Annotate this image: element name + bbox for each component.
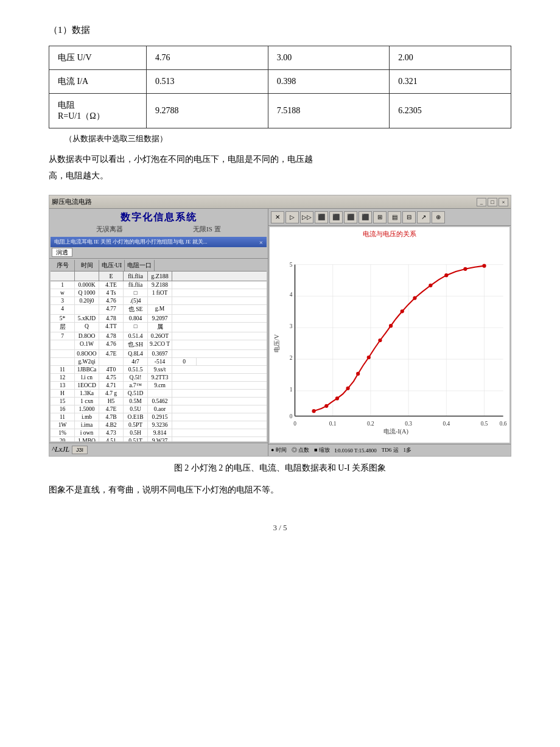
- svg-text:0: 0: [293, 421, 296, 427]
- close-btn[interactable]: ×: [499, 198, 508, 206]
- outer-title-text: 腳压电流电路: [52, 197, 92, 206]
- toolbar-icon-3[interactable]: ▷▷: [300, 211, 313, 223]
- col-time: 时间: [75, 260, 99, 271]
- data-cell: 0.51T: [124, 437, 148, 441]
- data-cell: w: [51, 289, 75, 296]
- data-cell: 0.5U: [124, 405, 148, 413]
- data-cell: Q: [75, 323, 99, 332]
- toolbar-icon-8[interactable]: ⊞: [373, 211, 387, 223]
- data-cell: 7: [51, 332, 75, 340]
- svg-text:0.4: 0.4: [443, 421, 450, 427]
- paragraph-1-line2: 高，电阻越大。: [49, 168, 511, 184]
- toolbar-icon-11[interactable]: ↗: [417, 211, 430, 223]
- data-cell: Q 1000: [75, 289, 99, 296]
- maximize-btn[interactable]: □: [488, 198, 497, 206]
- inner-window-bar: 电阻上电流耳电 IE 关照 小灯泡的电用小打泡组阻与电 JE 就关... ×: [51, 237, 267, 247]
- svg-point-41: [444, 273, 448, 277]
- toolbar-icon-5[interactable]: ⬛: [329, 211, 343, 223]
- data-cell: [51, 358, 75, 365]
- toolbar-icon-12[interactable]: ⊕: [432, 211, 445, 223]
- data-cell: 1.3Ka: [75, 390, 99, 397]
- tab-label[interactable]: 润透: [52, 248, 72, 257]
- status-zoom-label: ■ 缩放: [314, 446, 330, 454]
- win-controls: _ □ ×: [477, 198, 508, 206]
- inner-window-title: 电阻上电流耳电 IE 关照 小灯泡的电用小打泡组阻与电 JE 就关...: [54, 238, 208, 246]
- toolbar-icon-6[interactable]: ⬛: [344, 211, 357, 223]
- data-panel-subheader: E fli.flia g.Z188: [51, 272, 267, 281]
- toolbar-icon-9[interactable]: ▤: [388, 211, 401, 223]
- data-cell: 11: [51, 366, 75, 373]
- caption-text-content: 图 2 小灯泡 2 的电压、电流、电阻数据表和 U-I 关系图象: [174, 463, 386, 472]
- data-table-row: 30.20j04.76.(5)4: [51, 297, 267, 305]
- data-cell: 4 Ts: [99, 289, 124, 296]
- data-cell: 9.2097: [148, 315, 172, 322]
- toolbar-icon-7[interactable]: ⬛: [359, 211, 372, 223]
- data-cell: 1.MBO: [75, 437, 99, 441]
- data-panel-header: 序号 时间 电压·UI 电阻一口: [51, 260, 267, 272]
- sub-text-1: 无误离器: [96, 225, 123, 234]
- data-cell: 1.5000: [75, 405, 99, 413]
- data-cell: 1EOCD: [75, 382, 99, 389]
- digital-system-title: 数字化信息系统: [49, 211, 268, 224]
- data-cell: 5*: [51, 315, 75, 322]
- svg-point-35: [367, 356, 371, 359]
- data-cell: [75, 305, 99, 314]
- data-cell: 1 fiOT: [148, 289, 172, 296]
- data-cell: 0: [172, 358, 197, 365]
- bottom-button[interactable]: J3I: [72, 446, 88, 454]
- data-table-row: 44.77也 SEg.M: [51, 305, 267, 315]
- data-cell: 4.78: [99, 332, 124, 340]
- data-cell: 4.TE: [99, 281, 124, 289]
- bottom-bar: ^LxJL J3I: [49, 443, 268, 456]
- status-num: 1多: [404, 446, 412, 454]
- data-cell: g.M: [148, 305, 172, 314]
- data-cell: 13: [51, 382, 75, 389]
- data-cell: -514: [148, 358, 172, 365]
- col-resistance: 电阻一口: [125, 260, 155, 271]
- data-cell: 0.26OT: [148, 332, 172, 340]
- inner-close-icon[interactable]: ×: [259, 239, 263, 246]
- inner-layout: 数字化信息系统 无误离器 无限IS 置 电阻上电流耳电 IE 关照 小灯泡的电用…: [49, 209, 511, 456]
- data-cell: 15: [51, 398, 75, 405]
- data-cell: Q.51D: [124, 390, 148, 397]
- data-table-row: H1.3Ka4.7 gQ.51D: [51, 390, 267, 398]
- data-cell: H: [51, 390, 75, 397]
- data-table-row: 12l.i cn4.75Q.5l!9.2TT3: [51, 374, 267, 382]
- toolbar-icon-1[interactable]: ✕: [271, 211, 284, 223]
- toolbar-icon-2[interactable]: ▷: [285, 211, 299, 223]
- svg-text:0.3: 0.3: [405, 421, 412, 427]
- data-cell: 0.5462: [148, 398, 172, 405]
- cell-r1: 9.2788: [147, 94, 268, 128]
- data-cell: 0.3697: [148, 350, 172, 357]
- data-table-container: 电压 U/V 4.76 3.00 2.00 电流 I/A 0.513 0.398…: [49, 46, 511, 133]
- col-voltage: 电压·UI: [99, 260, 125, 271]
- subcol-4: fli.flia: [124, 272, 148, 281]
- conclusion-text: 图象不是直线，有弯曲，说明不同电压下小灯泡的电阻不等。: [49, 482, 511, 499]
- data-table-row: 131EOCD4.71a.7™9.cm: [51, 382, 267, 390]
- svg-text:0.2: 0.2: [367, 421, 374, 427]
- data-cell: i own: [75, 429, 99, 437]
- svg-point-30: [312, 409, 315, 413]
- cell-i2: 0.398: [268, 70, 390, 94]
- data-cell: i.ima: [75, 421, 99, 429]
- data-cell: 1: [51, 281, 75, 289]
- data-table: 电压 U/V 4.76 3.00 2.00 电流 I/A 0.513 0.398…: [49, 46, 511, 128]
- svg-text:4: 4: [290, 292, 293, 298]
- svg-point-40: [429, 284, 432, 287]
- data-cell: 0.5H: [124, 429, 148, 437]
- table-row: 电阻R=U/1（Ω） 9.2788 7.5188 6.2305: [49, 94, 511, 128]
- data-cell: □: [124, 323, 148, 332]
- data-cell: Q.8L4: [124, 350, 148, 357]
- minimize-btn[interactable]: _: [477, 198, 486, 206]
- toolbar-icon-10[interactable]: ⊟: [402, 211, 416, 223]
- svg-text:0: 0: [290, 413, 293, 419]
- data-table-row: 7D.8OO4.780.51.40.26OT: [51, 332, 267, 340]
- data-table-row: 161.50004.7E0.5U0.aor: [51, 405, 267, 413]
- toolbar-icon-4[interactable]: ⬛: [315, 211, 328, 223]
- svg-text:0.1: 0.1: [329, 421, 337, 427]
- taskbar: 心里讯网速修复器 ·C:\Document6... 高速计算小灯泡... 数字化…: [49, 456, 511, 457]
- data-cell: l.i cn: [75, 374, 99, 381]
- data-cell: 4.71: [99, 382, 124, 389]
- data-cell: 4: [51, 305, 75, 314]
- data-cell: 4.51: [99, 437, 124, 441]
